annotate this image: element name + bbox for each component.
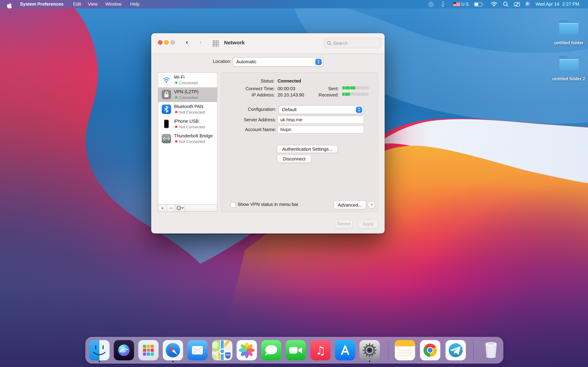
sent-label: Sent: <box>283 86 339 91</box>
configuration-dropdown[interactable]: Default <box>279 105 364 114</box>
account-name-field[interactable]: hivpn <box>277 125 364 133</box>
account-name-label: Account Name: <box>220 127 276 132</box>
dock-icon-notes[interactable] <box>395 340 415 360</box>
status-label: Status: <box>219 78 275 83</box>
search-field[interactable]: Search <box>324 38 381 48</box>
clock-time: 2:27 PM <box>562 1 579 7</box>
show-vpn-status-checkbox[interactable] <box>230 202 236 208</box>
lock-icon <box>162 90 171 99</box>
desktop-folder-2-label[interactable]: untitled folder 2 <box>544 76 588 82</box>
server-address-field[interactable]: uk.hisp.me <box>277 116 364 124</box>
ip-address-label: IP Address: <box>219 92 275 98</box>
siri-icon[interactable] <box>525 0 531 8</box>
server-address-label: Server Address: <box>220 117 276 122</box>
desktop-folder-2[interactable] <box>558 54 579 72</box>
dock-icon-chrome[interactable] <box>420 340 440 360</box>
iphone-icon <box>162 119 171 129</box>
actions-menu-button[interactable] <box>175 205 185 211</box>
remove-connection-button[interactable]: − <box>167 205 175 211</box>
server-address-value: uk.hisp.me <box>280 117 303 122</box>
back-button[interactable]: ‹ <box>186 39 188 45</box>
forward-button[interactable]: › <box>199 39 202 45</box>
us-flag-icon[interactable] <box>453 0 460 8</box>
sidebar-toolbar-spacer <box>185 205 217 211</box>
dock-icon-finder[interactable] <box>89 340 110 360</box>
desktop-folder-1-label[interactable]: untitled folder <box>544 41 588 45</box>
sidebar-item-vpn[interactable]: VPN (L2TP) Connected <box>158 87 217 102</box>
status-dot <box>175 96 177 99</box>
connections-sidebar: Wi-Fi Connected VPN (L2TP) Connected Blu… <box>158 72 217 211</box>
dock-icon-music[interactable]: ♫ <box>311 340 331 360</box>
status-value: Connected <box>277 78 301 83</box>
network-window: ‹ › Network Search Location: Automatic W… <box>151 33 385 234</box>
dock-icon-maps[interactable]: 280 <box>212 340 232 360</box>
sidebar-toolbar: + − <box>158 204 217 212</box>
clock-date: Wed Apr 14 <box>536 1 559 7</box>
location-dropdown-stepper-icon <box>315 59 322 65</box>
received-gauge <box>342 93 368 96</box>
spotlight-icon[interactable] <box>503 0 509 8</box>
running-indicator <box>172 361 173 362</box>
backup-circle-icon[interactable] <box>428 0 434 8</box>
close-button[interactable] <box>158 40 162 45</box>
running-indicator <box>369 361 370 362</box>
apple-menu-icon[interactable] <box>7 1 12 10</box>
sidebar-item-bluetooth[interactable]: Bluetooth PAN Not Connected <box>158 102 217 117</box>
svg-text:280: 280 <box>226 354 230 356</box>
detail-panel: Status: Connected Connect Time: 00:00:03… <box>221 72 378 212</box>
dock-icon-telegram[interactable] <box>446 340 466 360</box>
search-icon <box>327 41 331 45</box>
disconnect-button[interactable]: Disconnect <box>277 155 311 163</box>
sidebar-item-wifi[interactable]: Wi-Fi Connected <box>158 73 217 87</box>
dock-icon-photos[interactable] <box>237 340 257 360</box>
connect-time-label: Connect Time: <box>219 86 275 91</box>
dock-icon-siri[interactable] <box>114 340 134 360</box>
sidebar-item-iphone-usb[interactable]: iPhone USB Not Connected <box>158 117 217 131</box>
show-all-grid-icon[interactable] <box>213 41 219 47</box>
thunderbolt-bridge-icon <box>162 134 171 143</box>
input-method-icon[interactable] <box>441 0 446 8</box>
minimize-button[interactable] <box>164 40 169 45</box>
menu-edit[interactable]: Edit <box>73 0 81 8</box>
configuration-value: Default <box>282 106 296 114</box>
window-title: Network <box>224 40 245 45</box>
zoom-button[interactable] <box>171 40 175 45</box>
apply-button[interactable]: Apply <box>358 220 378 228</box>
add-connection-button[interactable]: + <box>158 205 167 211</box>
authentication-settings-button[interactable]: Authentication Settings... <box>277 145 338 153</box>
location-value: Automatic <box>236 58 257 66</box>
menu-help[interactable]: Help <box>130 0 140 8</box>
status-dot <box>175 125 177 128</box>
location-label: Location: <box>203 57 231 66</box>
configuration-label: Configuration: <box>220 107 276 112</box>
wifi-icon <box>162 75 171 84</box>
menu-view[interactable]: View <box>88 0 98 8</box>
advanced-button[interactable]: Advanced... <box>334 201 366 209</box>
dock-icon-messages[interactable] <box>261 340 281 360</box>
menu-bar: System Preferences Edit View Window Help… <box>0 0 588 8</box>
dock-icon-safari[interactable] <box>163 340 183 360</box>
help-button[interactable]: ? <box>368 201 375 209</box>
show-vpn-status-label: Show VPN status in menu bar <box>238 202 298 207</box>
dock-icon-facetime[interactable] <box>285 340 306 360</box>
location-dropdown[interactable]: Automatic <box>233 57 323 67</box>
received-label: Received: <box>283 92 339 98</box>
battery-icon[interactable] <box>474 0 484 8</box>
menu-clock[interactable]: Wed Apr 142:27 PM <box>536 0 579 8</box>
menu-app-name[interactable]: System Preferences <box>20 0 63 8</box>
dock-icon-system-preferences[interactable] <box>359 340 380 360</box>
running-indicator <box>99 361 100 362</box>
revert-button[interactable]: Revert <box>335 220 353 228</box>
dock-icon-app-store[interactable] <box>335 340 355 360</box>
dock-icon-trash[interactable] <box>481 340 501 360</box>
desktop-folder-1[interactable] <box>558 18 579 36</box>
menu-window[interactable]: Window <box>105 0 122 8</box>
sidebar-item-thunderbolt-bridge[interactable]: Thunderbolt Bridge Not Connected <box>158 131 217 146</box>
dock-icon-mail[interactable] <box>187 340 208 360</box>
dock-icon-launchpad[interactable] <box>138 340 159 360</box>
input-source-label[interactable]: U.S. <box>461 0 470 8</box>
search-placeholder: Search <box>333 40 347 46</box>
menu-wifi-icon[interactable] <box>491 0 497 8</box>
svg-text:♫: ♫ <box>316 344 326 357</box>
control-center-icon[interactable] <box>514 0 520 8</box>
